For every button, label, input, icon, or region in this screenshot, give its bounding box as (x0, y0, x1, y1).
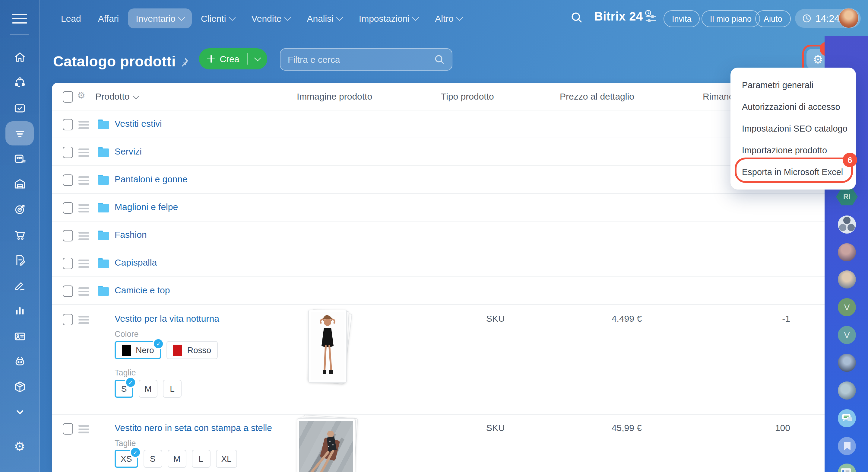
nav-impostazioni[interactable]: Impostazioni (351, 8, 426, 28)
row-checkbox[interactable] (63, 423, 73, 435)
sidebar-item-analytics[interactable] (0, 298, 39, 324)
color-chip-rosso[interactable]: Rosso (167, 341, 218, 359)
column-header-image[interactable]: Immagine prodotto (297, 91, 372, 101)
product-stock: -1 (782, 313, 790, 324)
size-chip[interactable]: S✓ (115, 380, 133, 398)
row-checkbox[interactable] (63, 286, 73, 297)
product-image[interactable] (308, 309, 346, 382)
sidebar-item-marketing[interactable] (0, 197, 39, 222)
folder-link[interactable]: Camicie e top (115, 285, 170, 295)
color-chip-nero[interactable]: Nero ✓ (115, 341, 161, 359)
sidebar-item-home[interactable] (0, 45, 39, 70)
nav-lead[interactable]: Lead (53, 8, 89, 28)
folder-link[interactable]: Capispalla (115, 257, 157, 267)
sidebar-item-more[interactable] (0, 400, 39, 425)
grid-settings-gear-icon[interactable]: ⚙ (77, 91, 85, 100)
sidebar-item-store[interactable] (0, 222, 39, 247)
row-checkbox[interactable] (63, 230, 73, 241)
user-chat-avatar[interactable] (838, 243, 856, 261)
size-chip[interactable]: XS✓ (115, 450, 138, 468)
drag-handle-icon[interactable] (79, 204, 89, 214)
size-chip[interactable]: M (139, 380, 157, 398)
menu-item-importazione[interactable]: Importazione prodotto (731, 140, 856, 161)
menu-item-esporta-excel[interactable]: Esporta in Microsoft Excel (731, 161, 856, 183)
group-chat-avatar[interactable] (838, 215, 856, 234)
drag-handle-icon[interactable] (79, 316, 89, 326)
product-link[interactable]: Vestito per la vita notturna (115, 313, 219, 324)
sidebar-item-planner[interactable] (0, 146, 39, 171)
size-chip[interactable]: S (143, 450, 162, 468)
sidebar-item-documents[interactable] (0, 247, 39, 273)
table-row-folder: Pantaloni e gonne (52, 166, 825, 194)
drag-handle-icon[interactable] (79, 287, 89, 297)
create-button[interactable]: Crea (199, 48, 267, 69)
row-checkbox[interactable] (63, 119, 73, 130)
menu-item-parametri-generali[interactable]: Parametri generali (731, 74, 856, 96)
sidebar-item-inventory[interactable] (0, 374, 39, 400)
nav-analisi[interactable]: Analisi (299, 8, 349, 28)
chat-channel-avatar[interactable] (838, 409, 856, 427)
sidebar-item-tasks[interactable] (0, 95, 39, 121)
drag-handle-icon[interactable] (79, 148, 89, 158)
gear-icon: ⚙ (14, 439, 25, 454)
global-search-icon[interactable] (570, 11, 583, 24)
size-chip[interactable]: XL (216, 450, 237, 468)
column-header-price[interactable]: Prezzo al dettaglio (560, 91, 634, 101)
user-chat-avatar[interactable] (838, 381, 856, 400)
folder-link[interactable]: Servizi (115, 146, 142, 156)
nav-clienti[interactable]: Clienti (193, 8, 242, 28)
menu-item-seo-catalogo[interactable]: Impostazioni SEO catalogo (731, 118, 856, 140)
drag-handle-icon[interactable] (79, 425, 89, 435)
filter-search-box[interactable] (280, 48, 453, 70)
user-avatar[interactable] (839, 8, 858, 28)
row-checkbox[interactable] (63, 202, 73, 214)
sidebar-item-collaboration[interactable] (0, 70, 39, 95)
sidebar-item-crm-active[interactable] (0, 121, 39, 146)
sidebar-item-warehouse[interactable] (0, 171, 39, 197)
nav-altro[interactable]: Altro (427, 8, 470, 28)
size-chip[interactable]: M (167, 450, 186, 468)
letter-avatar-v[interactable]: V (838, 298, 856, 316)
drag-handle-icon[interactable] (79, 260, 89, 269)
user-chat-avatar[interactable] (838, 270, 856, 289)
menu-item-autorizzazioni[interactable]: Autorizzazioni di accesso (731, 96, 856, 118)
sidebar-item-sign[interactable] (0, 273, 39, 298)
product-image[interactable] (297, 418, 354, 472)
sidebar-settings-gear[interactable]: ⚙ (0, 436, 39, 458)
my-plan-button[interactable]: Il mio piano (702, 10, 760, 27)
user-chat-avatar[interactable] (838, 354, 856, 372)
drag-handle-icon[interactable] (79, 232, 89, 242)
pin-icon[interactable] (179, 57, 189, 67)
letter-avatar-v[interactable]: V (838, 326, 856, 344)
nav-vendite[interactable]: Vendite (243, 8, 298, 28)
row-checkbox[interactable] (63, 147, 73, 158)
folder-link[interactable]: Fashion (115, 229, 147, 240)
saved-messages-avatar[interactable] (838, 437, 856, 455)
nav-affari[interactable]: Affari (90, 8, 127, 28)
menu-burger-icon[interactable] (12, 14, 27, 24)
row-checkbox[interactable] (63, 314, 73, 325)
menu-settings-sliders-icon[interactable] (644, 12, 657, 25)
row-checkbox[interactable] (63, 258, 73, 269)
bitrix24-logo[interactable]: Bitrix 24 (594, 10, 650, 24)
size-chip[interactable]: L (191, 450, 210, 468)
folder-link[interactable]: Maglioni e felpe (115, 202, 178, 212)
sidebar-item-contacts[interactable] (0, 324, 39, 349)
create-dropdown-caret[interactable] (248, 57, 267, 60)
drag-handle-icon[interactable] (79, 176, 89, 186)
row-checkbox[interactable] (63, 174, 73, 186)
column-header-product[interactable]: Prodotto (95, 91, 138, 101)
folder-link[interactable]: Pantaloni e gonne (115, 174, 188, 184)
filter-search-input[interactable] (280, 54, 434, 65)
size-chip[interactable]: L (163, 380, 182, 398)
folder-link[interactable]: Vestiti estivi (115, 118, 162, 128)
select-all-checkbox[interactable] (63, 91, 73, 102)
column-header-stock[interactable]: Rimane (703, 91, 734, 101)
nav-inventario[interactable]: Inventario (128, 8, 192, 28)
invite-button[interactable]: Invita (663, 10, 700, 27)
sidebar-item-bot[interactable] (0, 349, 39, 374)
help-button[interactable]: Aiuto (755, 10, 791, 27)
drag-handle-icon[interactable] (79, 121, 89, 131)
product-link[interactable]: Vestito nero in seta con stampa a stelle (115, 422, 272, 433)
column-header-type[interactable]: Tipo prodotto (441, 91, 494, 101)
